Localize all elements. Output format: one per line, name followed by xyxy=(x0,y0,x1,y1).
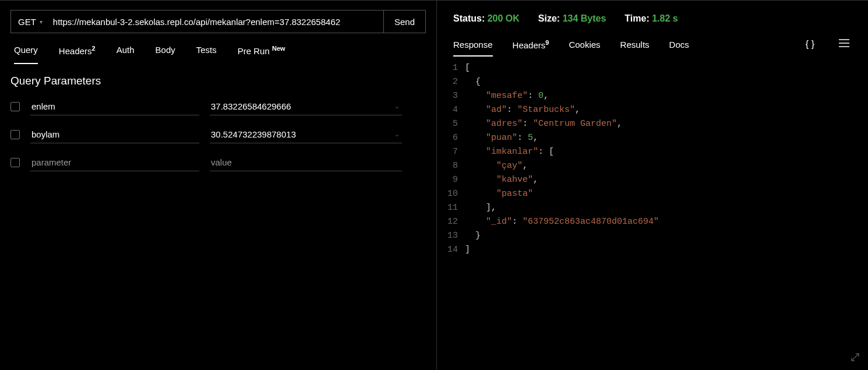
time-value: 1.82 s xyxy=(652,13,678,23)
status-line: Status: 200 OK Size: 134 Bytes Time: 1.8… xyxy=(437,1,868,24)
url-input[interactable] xyxy=(48,10,383,33)
chevron-down-icon[interactable]: ⌄ xyxy=(392,103,402,110)
param-value-input[interactable] xyxy=(210,154,402,171)
line-gutter: 1234567891011121314 xyxy=(437,61,465,257)
status-value: 200 OK xyxy=(488,13,520,23)
tab-response-headers[interactable]: Headers9 xyxy=(513,39,549,50)
param-checkbox[interactable] xyxy=(10,158,20,167)
tab-query[interactable]: Query xyxy=(14,45,38,56)
param-key-input[interactable] xyxy=(30,154,199,171)
param-value-input[interactable] xyxy=(210,126,392,143)
response-pane: Status: 200 OK Size: 134 Bytes Time: 1.8… xyxy=(437,0,868,370)
menu-icon[interactable] xyxy=(837,38,852,51)
tab-prerun[interactable]: Pre Run New xyxy=(238,45,285,56)
tab-response[interactable]: Response xyxy=(453,40,493,50)
param-row xyxy=(10,154,426,171)
param-row: ⌄ xyxy=(10,126,426,143)
tab-body[interactable]: Body xyxy=(156,45,175,56)
method-select[interactable]: GET ▾ xyxy=(11,10,48,33)
time-block: Time: 1.82 s xyxy=(624,13,678,24)
response-tabs: Response Headers9 Cookies Results Docs {… xyxy=(437,24,868,58)
request-bar: GET ▾ Send xyxy=(10,10,426,33)
request-tabs: Query Headers2 Auth Body Tests Pre Run N… xyxy=(0,33,436,64)
params-list: ⌄ ⌄ xyxy=(0,98,436,171)
request-pane: GET ▾ Send Query Headers2 Auth Body Test… xyxy=(0,0,437,370)
size-value: 134 Bytes xyxy=(563,13,606,23)
code-content: [ { "mesafe": 0, "ad": "Starbucks", "adr… xyxy=(465,61,659,257)
tab-auth[interactable]: Auth xyxy=(117,45,135,56)
param-checkbox[interactable] xyxy=(10,102,20,111)
param-key-input[interactable] xyxy=(30,126,199,143)
param-checkbox[interactable] xyxy=(10,130,20,139)
section-title: Query Parameters xyxy=(0,64,436,98)
tab-docs[interactable]: Docs xyxy=(669,40,689,50)
tab-headers[interactable]: Headers2 xyxy=(59,45,96,56)
param-key-input[interactable] xyxy=(30,98,199,115)
send-button[interactable]: Send xyxy=(383,10,425,33)
size-block: Size: 134 Bytes xyxy=(538,13,606,24)
status-block: Status: 200 OK xyxy=(453,13,520,24)
tab-results[interactable]: Results xyxy=(620,40,650,50)
response-body[interactable]: 1234567891011121314 [ { "mesafe": 0, "ad… xyxy=(437,58,868,257)
param-row: ⌄ xyxy=(10,98,426,115)
chevron-down-icon[interactable]: ⌄ xyxy=(392,131,402,138)
chevron-down-icon: ▾ xyxy=(40,19,43,25)
method-label: GET xyxy=(18,17,36,27)
param-value-input[interactable] xyxy=(210,98,392,115)
tab-tests[interactable]: Tests xyxy=(196,45,217,56)
expand-icon[interactable] xyxy=(851,353,860,364)
tab-cookies[interactable]: Cookies xyxy=(569,40,600,50)
braces-icon[interactable]: { } xyxy=(803,38,817,51)
